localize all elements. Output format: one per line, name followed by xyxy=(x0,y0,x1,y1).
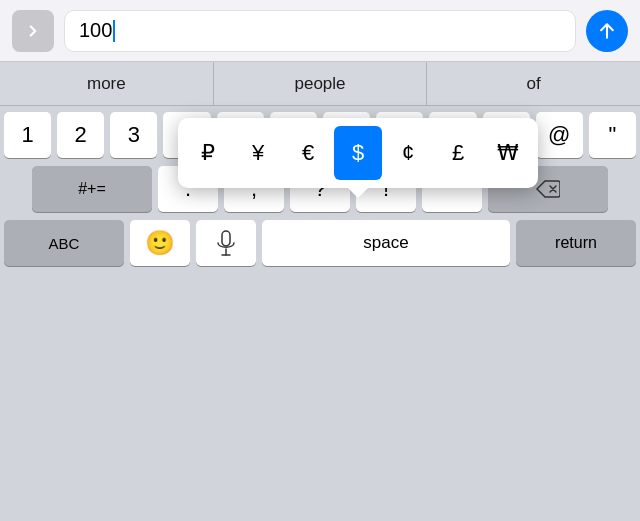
suggestion-people[interactable]: people xyxy=(214,62,428,105)
key-symbols[interactable]: #+= xyxy=(32,166,152,212)
chevron-button[interactable] xyxy=(12,10,54,52)
key-euro[interactable]: € xyxy=(284,126,332,180)
key-yen[interactable]: ¥ xyxy=(234,126,282,180)
key-return[interactable]: return xyxy=(516,220,636,266)
key-2[interactable]: 2 xyxy=(57,112,104,158)
row-3: ABC 🙂 space return xyxy=(4,220,636,266)
key-space[interactable]: space xyxy=(262,220,510,266)
key-pound[interactable]: £ xyxy=(434,126,482,180)
svg-rect-0 xyxy=(222,231,230,246)
key-3[interactable]: 3 xyxy=(110,112,157,158)
suggestions-bar: more people of xyxy=(0,62,640,106)
key-abc[interactable]: ABC xyxy=(4,220,124,266)
suggestion-more[interactable]: more xyxy=(0,62,214,105)
key-quote[interactable]: " xyxy=(589,112,636,158)
text-input[interactable]: 100 xyxy=(64,10,576,52)
key-at[interactable]: @ xyxy=(536,112,583,158)
suggestion-of[interactable]: of xyxy=(427,62,640,105)
key-dollar[interactable]: $ xyxy=(334,126,382,180)
send-button[interactable] xyxy=(586,10,628,52)
cursor xyxy=(113,20,115,42)
key-ruble[interactable]: ₽ xyxy=(184,126,232,180)
key-emoji[interactable]: 🙂 xyxy=(130,220,190,266)
top-bar: 100 xyxy=(0,0,640,62)
input-value: 100 xyxy=(79,19,112,42)
key-1[interactable]: 1 xyxy=(4,112,51,158)
key-won[interactable]: ₩ xyxy=(484,126,532,180)
key-cent[interactable]: ¢ xyxy=(384,126,432,180)
currency-popup: ₽ ¥ € $ ¢ £ ₩ xyxy=(178,118,538,188)
key-mic[interactable] xyxy=(196,220,256,266)
